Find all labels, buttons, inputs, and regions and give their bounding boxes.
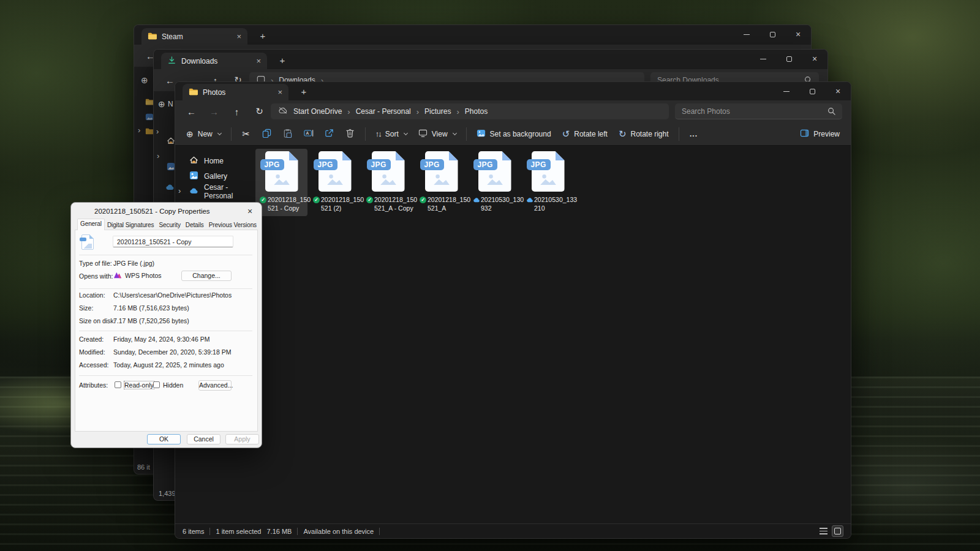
file-tile[interactable]: JPG 20210530_133 210 — [522, 149, 574, 216]
sidebar-item-home[interactable]: Home — [175, 153, 253, 168]
jpg-file-icon — [80, 234, 95, 250]
tab-previous-versions[interactable]: Previous Versions — [206, 220, 259, 230]
tab-details[interactable]: Details — [183, 220, 206, 230]
copy-button[interactable] — [257, 125, 277, 143]
address-bar[interactable]: Start OneDrive › Cesar - Personal › Pict… — [271, 103, 669, 119]
file-tile[interactable]: JPG ✓ 20201218_150 521 - Copy — [255, 149, 307, 216]
maximize-button[interactable] — [799, 82, 825, 100]
maximize-button[interactable] — [776, 50, 802, 68]
view-button[interactable]: View — [413, 125, 462, 143]
tab-security[interactable]: Security — [156, 220, 183, 230]
size-on-disk-label: Size on disk: — [79, 317, 116, 324]
tab-general[interactable]: General — [77, 219, 105, 230]
breadcrumb-item[interactable]: Photos — [465, 107, 488, 116]
new-tab-button[interactable]: + — [275, 54, 290, 67]
chevron-right-icon[interactable]: › — [456, 107, 459, 116]
close-button[interactable]: × — [802, 50, 827, 68]
file-name-input[interactable] — [113, 236, 233, 247]
folder-icon — [148, 31, 157, 42]
tab-digital-signatures[interactable]: Digital Signatures — [105, 220, 157, 230]
cancel-button[interactable]: Cancel — [187, 434, 221, 444]
see-more-button[interactable]: ... — [684, 125, 704, 143]
minimize-button[interactable] — [734, 25, 760, 43]
new-button[interactable]: ⊕ New — [181, 125, 227, 143]
back-button[interactable]: ← — [180, 107, 203, 117]
file-tile[interactable]: JPG ✓ 20201218_150 521_A — [415, 149, 467, 216]
forward-button[interactable]: → — [203, 107, 225, 117]
file-name: ✓ 20201218_150 521_A - Copy — [366, 196, 414, 212]
details-view-icon[interactable] — [820, 528, 827, 534]
delete-button[interactable] — [340, 125, 361, 143]
file-tile[interactable]: JPG ✓ 20201218_150 521_A - Copy — [362, 149, 414, 216]
search-icon[interactable] — [827, 107, 835, 115]
close-tab-icon[interactable]: × — [236, 32, 241, 40]
thumbnails-view-button[interactable] — [832, 525, 843, 537]
ok-button[interactable]: OK — [147, 434, 181, 444]
attributes-label: Attributes: — [79, 381, 108, 389]
dialog-close-icon[interactable]: × — [243, 206, 257, 216]
share-button[interactable] — [319, 125, 340, 143]
apply-button[interactable]: Apply — [225, 434, 259, 444]
advanced-button[interactable]: Advanced... — [198, 380, 232, 391]
close-tab-icon[interactable]: × — [256, 57, 261, 65]
chevron-right-icon[interactable]: › — [347, 107, 350, 116]
rotate-left-button[interactable]: ↺ Rotate left — [557, 125, 613, 143]
file-tile[interactable]: JPG 20210530_130 932 — [469, 149, 521, 216]
scissors-icon: ✂ — [242, 129, 250, 140]
chevron-right-icon[interactable]: › — [417, 107, 419, 116]
view-button-label: View — [432, 130, 448, 138]
breadcrumb-root[interactable]: Start OneDrive — [293, 107, 342, 116]
rotate-right-label: Rotate right — [631, 130, 669, 138]
cloud-status-icon — [526, 197, 533, 203]
search-input[interactable]: Search Photos — [675, 103, 842, 119]
sidebar-item-onedrive[interactable]: › Cesar - Personal — [175, 184, 253, 199]
chevron-right-icon[interactable]: › — [157, 151, 159, 160]
jpg-file-icon: JPG — [424, 151, 459, 193]
image-placeholder-icon — [432, 173, 451, 189]
close-tab-icon[interactable]: × — [277, 88, 282, 96]
sort-button[interactable]: ↑↓ Sort — [370, 125, 413, 143]
downloads-new-button-label[interactable]: N — [168, 100, 173, 108]
maximize-button[interactable] — [760, 25, 785, 43]
steam-new-button-icon[interactable]: ⊕ — [141, 75, 148, 85]
refresh-button[interactable]: ↻ — [248, 106, 271, 117]
new-tab-button[interactable]: + — [255, 29, 270, 43]
file-tile[interactable]: JPG ✓ 20201218_150 521 (2) — [309, 149, 361, 216]
rename-button[interactable]: A — [298, 125, 319, 143]
size-label: Size: — [79, 304, 93, 312]
read-only-label[interactable]: Read-only — [124, 381, 154, 389]
steam-tab[interactable]: Steam × — [141, 28, 247, 45]
wps-photos-icon — [113, 271, 122, 280]
share-icon — [325, 129, 334, 140]
breadcrumb-item[interactable]: Cesar - Personal — [356, 107, 411, 116]
up-button[interactable]: ↑ — [225, 107, 248, 117]
chevron-right-icon[interactable]: › — [138, 126, 140, 135]
close-button[interactable]: × — [825, 82, 851, 100]
availability-status: Available on this device — [303, 528, 374, 535]
size-value: 7.16 MB (7,516,623 bytes) — [113, 304, 189, 312]
preview-button[interactable]: Preview — [794, 125, 845, 143]
sidebar-item-gallery[interactable]: Gallery — [175, 168, 253, 184]
chevron-right-icon[interactable]: › — [178, 186, 181, 195]
downloads-new-button-icon[interactable]: ⊕ — [158, 99, 165, 109]
paste-button[interactable] — [277, 125, 298, 143]
preview-button-label: Preview — [813, 130, 840, 138]
downloads-tab[interactable]: Downloads × — [161, 53, 267, 69]
close-button[interactable]: × — [785, 25, 811, 43]
rotate-right-button[interactable]: ↻ Rotate right — [613, 125, 674, 143]
hidden-label[interactable]: Hidden — [163, 381, 183, 389]
minimize-button[interactable] — [774, 82, 799, 100]
set-as-background-button[interactable]: Set as background — [471, 125, 557, 143]
chevron-right-icon[interactable]: › — [156, 127, 159, 136]
opens-with-label: Opens with: — [79, 272, 113, 280]
hidden-checkbox[interactable] — [153, 381, 160, 388]
change-button[interactable]: Change... — [181, 271, 232, 281]
breadcrumb-item[interactable]: Pictures — [424, 107, 451, 116]
read-only-checkbox[interactable] — [115, 381, 121, 388]
new-tab-button[interactable]: + — [296, 85, 311, 99]
file-name-line1: 20210530_133 — [534, 196, 574, 204]
minimize-button[interactable] — [750, 50, 776, 68]
cut-button[interactable]: ✂ — [236, 125, 257, 143]
photos-tab[interactable]: Photos × — [183, 84, 288, 100]
onedrive-cloud-icon — [189, 187, 198, 196]
